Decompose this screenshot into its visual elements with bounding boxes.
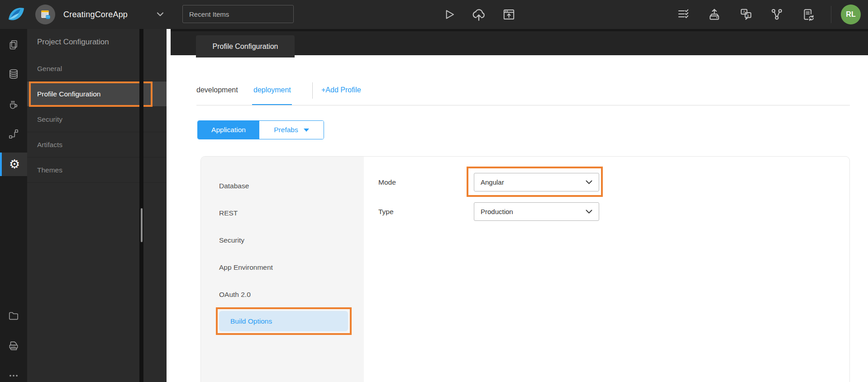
type-select[interactable]: Production bbox=[474, 202, 599, 221]
settings-card: Database REST Security App Environment O… bbox=[200, 156, 850, 382]
folder-icon[interactable] bbox=[0, 304, 27, 327]
header-divider bbox=[831, 6, 831, 23]
nav-item-rest[interactable]: REST bbox=[201, 200, 364, 227]
panel-item-artifacts[interactable]: Artifacts bbox=[27, 132, 167, 158]
type-select-value: Production bbox=[481, 208, 513, 215]
left-icon-rail: ⚙ LOG bbox=[0, 29, 27, 382]
profile-tab-deployment[interactable]: deployment bbox=[253, 86, 291, 94]
highlight-box-profile-configuration bbox=[29, 81, 153, 107]
settings-icon[interactable]: ⚙ bbox=[0, 153, 27, 176]
svg-text:a: a bbox=[747, 13, 749, 18]
project-switcher-chevron-icon[interactable] bbox=[156, 11, 165, 18]
export-icon[interactable] bbox=[707, 7, 722, 22]
main-content: development deployment +Add Profile Appl… bbox=[171, 55, 868, 382]
orchestration-icon[interactable] bbox=[0, 122, 27, 146]
project-config-panel: Project Configuration General Profile Co… bbox=[27, 29, 167, 382]
type-label: Type bbox=[378, 208, 394, 216]
publish-icon[interactable] bbox=[501, 7, 516, 22]
nav-item-oauth[interactable]: OAuth 2.0 bbox=[201, 281, 364, 308]
more-icon[interactable] bbox=[0, 364, 27, 382]
wavemaker-logo-icon[interactable] bbox=[5, 4, 26, 25]
java-services-icon[interactable] bbox=[0, 92, 27, 116]
scope-toggle-group: Application Prefabs bbox=[197, 120, 324, 139]
add-profile-button[interactable]: +Add Profile bbox=[321, 86, 361, 94]
deploy-checklist-icon[interactable] bbox=[676, 7, 691, 22]
highlight-box-mode-select bbox=[467, 167, 603, 197]
highlight-box-build-options bbox=[216, 307, 352, 335]
cloud-deploy-icon[interactable] bbox=[471, 6, 487, 23]
panel-item-themes[interactable]: Themes bbox=[27, 158, 167, 183]
panel-scrollbar-track[interactable] bbox=[139, 29, 143, 382]
user-avatar[interactable]: RL bbox=[841, 5, 861, 24]
nav-item-security[interactable]: Security bbox=[201, 227, 364, 254]
prefabs-toggle-button[interactable]: Prefabs bbox=[259, 121, 324, 139]
panel-title: Project Configuration bbox=[37, 29, 109, 55]
database-icon[interactable] bbox=[0, 62, 27, 86]
tab-separator bbox=[312, 82, 313, 99]
top-bar: CreatingCoreApp bbox=[0, 0, 868, 29]
mode-label: Mode bbox=[378, 178, 396, 186]
file-sync-icon[interactable] bbox=[801, 7, 816, 22]
version-control-icon[interactable] bbox=[769, 7, 784, 22]
nav-item-database[interactable]: Database bbox=[201, 172, 364, 200]
settings-nav: Database REST Security App Environment O… bbox=[201, 157, 364, 382]
logs-icon[interactable]: LOG bbox=[0, 334, 27, 358]
gear-glyph: ⚙ bbox=[9, 158, 20, 171]
user-initials: RL bbox=[846, 10, 855, 19]
panel-scrollbar-thumb[interactable] bbox=[141, 208, 143, 242]
pages-icon[interactable] bbox=[0, 33, 27, 57]
run-icon[interactable] bbox=[442, 7, 456, 22]
project-avatar-icon[interactable] bbox=[35, 5, 55, 24]
prefabs-caret-icon bbox=[304, 129, 309, 132]
application-toggle-button[interactable]: Application bbox=[198, 121, 259, 139]
profile-tab-development[interactable]: development bbox=[196, 86, 238, 94]
tab-profile-configuration[interactable]: Profile Configuration bbox=[196, 35, 295, 57]
project-name[interactable]: CreatingCoreApp bbox=[63, 0, 128, 29]
panel-item-general[interactable]: General bbox=[27, 56, 167, 81]
tabs-bottom-rule bbox=[196, 105, 850, 105]
nav-item-app-environment[interactable]: App Environment bbox=[201, 254, 364, 281]
recent-items-input[interactable] bbox=[182, 5, 294, 23]
document-tab-bar: Profile Configuration bbox=[171, 29, 868, 55]
panel-item-security[interactable]: Security bbox=[27, 107, 167, 132]
log-icon-text: LOG bbox=[11, 345, 16, 348]
type-select-chevron-icon bbox=[586, 210, 592, 214]
localization-icon[interactable]: A a bbox=[739, 7, 754, 22]
